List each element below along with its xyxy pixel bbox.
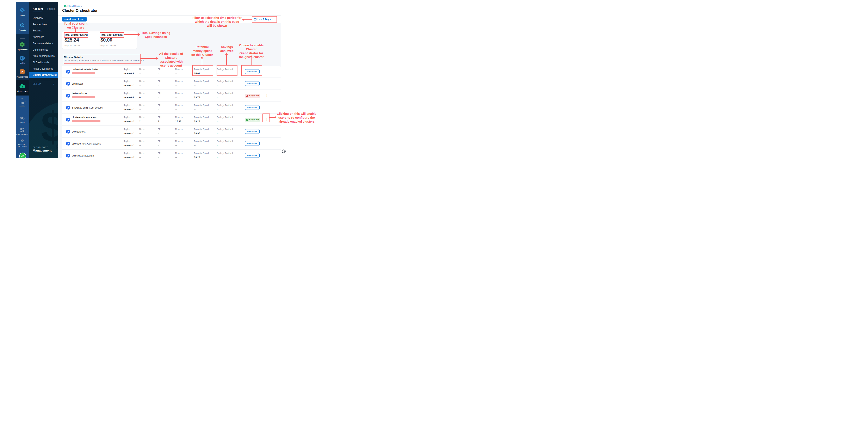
chevron-down-icon: ▾ — [272, 18, 273, 20]
column-label: Nodes — [139, 68, 145, 70]
kebab-menu-icon[interactable]: ⋮ — [266, 118, 268, 121]
cluster-name: aditiclustertestsetup — [72, 154, 94, 157]
cluster-row[interactable]: K dryruntest Region us-west-1 Nodes -- C… — [62, 78, 281, 90]
breadcrumb: $ Cloud Costs › — [64, 5, 82, 7]
nav-item-perspectives[interactable]: Perspectives — [29, 22, 58, 27]
nodes-value: -- — [139, 108, 141, 111]
cluster-name: test-sri-cluster — [72, 92, 87, 95]
chevron-down-icon[interactable] — [21, 98, 24, 99]
savings-realised-value: -- — [217, 120, 218, 123]
nodes-value: 0 — [139, 96, 141, 99]
cluster-row[interactable]: K orchestrator-test-cluster Region us-ea… — [62, 66, 281, 78]
sidebar-item-label: Deployments — [16, 49, 29, 51]
nav-item-commitments[interactable]: Commitments — [29, 47, 58, 53]
region-value: us-west-1 — [124, 144, 134, 147]
column-label: Potential Spend — [194, 116, 209, 119]
tab-account[interactable]: Account — [33, 7, 43, 10]
cluster-row[interactable]: K delegatetest Region us-west-1 Nodes --… — [62, 126, 281, 138]
cluster-row[interactable]: K cluster-orchdemo-new Region us-west-2 … — [62, 114, 281, 126]
column-label: CPU — [158, 128, 162, 130]
nav-item-bi-dashboards[interactable]: BI Dashboards — [29, 60, 58, 65]
nav-item-cluster-orchestrator[interactable]: Cluster Orchestrator — [29, 72, 58, 78]
feature-flags-icon: ⚑ — [20, 69, 25, 75]
sidebar-item-cloud-costs[interactable]: $ Cloud Costs — [16, 84, 29, 92]
avatar[interactable]: JB — [19, 153, 26, 158]
column-label: Potential Spend — [194, 68, 209, 70]
sidebar-item-label: Feature Flags — [16, 76, 29, 78]
cluster-row[interactable]: K aditiclustertestsetup Region us-west-2… — [62, 150, 281, 158]
page: Home Projects ∞ Deployments Builds — [0, 0, 324, 160]
memory-value: 17.35 — [175, 120, 181, 123]
sidebar-item-label: HELP — [16, 122, 29, 124]
sidebar-item-help[interactable]: ? HELP — [16, 116, 29, 124]
warning-icon — [246, 95, 248, 97]
breadcrumb-link-cloud-costs[interactable]: Cloud Costs — [67, 5, 81, 7]
column-label: Nodes — [139, 116, 145, 119]
column-label: CPU — [158, 80, 162, 83]
chat-help-icon[interactable] — [282, 149, 286, 154]
stat-period: May 28 - Jun 03 — [100, 44, 116, 47]
region-value: us-west-1 — [124, 132, 134, 134]
column-label: CPU — [158, 116, 162, 119]
enable-button[interactable]: + Enable — [245, 105, 259, 110]
kebab-menu-icon[interactable]: ⋮ — [266, 94, 268, 97]
nav-setup[interactable]: SETUP ▾ — [33, 83, 55, 85]
potential-spend-value: $5.07 — [194, 72, 200, 74]
enable-button[interactable]: + Enable — [245, 81, 259, 86]
column-label: Memory — [175, 104, 183, 106]
sidebar-item-builds[interactable]: Builds — [16, 55, 29, 64]
nav-item-autostopping-rules[interactable]: AutoStopping Rules — [29, 53, 58, 59]
dollar-watermark: $ — [41, 105, 58, 148]
column-label: Region — [124, 92, 130, 94]
column-label: Memory — [175, 68, 183, 70]
column-label: Potential Spend — [194, 80, 209, 83]
sidebar-item-deployments[interactable]: ∞ Deployments — [16, 42, 29, 51]
nodes-value: -- — [139, 132, 141, 134]
sidebar-item-dashboards[interactable]: DASHBOARDS — [16, 128, 29, 135]
column-label: Nodes — [139, 152, 145, 154]
column-label: Region — [124, 152, 130, 154]
column-label: Region — [124, 140, 130, 143]
sidebar-item-projects[interactable]: Projects — [16, 23, 29, 31]
savings-realised-value: -- — [217, 72, 218, 74]
tab-project[interactable]: Project — [47, 7, 55, 10]
potential-spend-value: $3.26 — [194, 120, 200, 123]
add-new-cluster-button[interactable]: + Add new cluster — [62, 17, 87, 22]
enable-button[interactable]: + Enable — [245, 141, 259, 146]
nav-item-recommendations[interactable]: Recommendations — [29, 41, 58, 46]
cluster-name: cluster-orchdemo-new — [72, 116, 96, 119]
cluster-row[interactable]: K test-sri-cluster Region us-east-1 Node… — [62, 90, 281, 102]
potential-spend-value: -- — [194, 108, 196, 111]
column-label: Potential Spend — [194, 128, 209, 130]
sidebar-item-account-settings[interactable]: ⚙ ACCOUNT SETTINGS — [16, 139, 29, 147]
time-period-dropdown[interactable]: Last 7 Days ▾ — [253, 17, 274, 21]
nav-item-anomalies[interactable]: Anomalies — [29, 34, 58, 40]
svg-text:K: K — [67, 107, 68, 109]
nodes-value: 2 — [139, 120, 141, 123]
cpu-value: -- — [158, 108, 159, 111]
nav-item-budgets[interactable]: Budgets — [29, 28, 58, 33]
sidebar-item-home[interactable]: Home — [16, 7, 29, 16]
dashboards-icon — [20, 128, 24, 133]
sidebar-item-label: Home — [16, 14, 29, 16]
cluster-name: uploader-test-Cost-access — [72, 142, 101, 145]
sidebar-item-label: Projects — [16, 29, 29, 31]
enable-button[interactable]: + Enable — [245, 129, 259, 134]
cluster-row[interactable]: K uploader-test-Cost-access Region us-we… — [62, 138, 281, 150]
svg-text:∞: ∞ — [21, 43, 23, 46]
column-label: Region — [124, 80, 130, 83]
enable-button[interactable]: + Enable — [245, 153, 259, 158]
module-switcher-button[interactable] — [19, 101, 26, 107]
stat-period: May 28 - Jun 03 — [64, 44, 80, 47]
sidebar-item-feature-flags[interactable]: ⚑ Feature Flags — [16, 69, 29, 78]
cluster-row[interactable]: K ShaGkeConn1-Cost-access Region us-west… — [62, 102, 281, 114]
cluster-details-subtitle: List of existing K8 cluster connectors. … — [64, 59, 145, 62]
potential-spend-value: -- — [194, 144, 196, 147]
column-label: Savings Realised — [217, 68, 233, 70]
column-label: Region — [124, 104, 130, 106]
nav-item-overview[interactable]: Overview — [29, 15, 58, 21]
savings-realised-value: -- — [217, 96, 218, 99]
setup-label: SETUP — [33, 83, 41, 85]
enable-button[interactable]: + Enable — [245, 69, 259, 74]
nav-item-asset-governance[interactable]: Asset Governance — [29, 66, 58, 71]
